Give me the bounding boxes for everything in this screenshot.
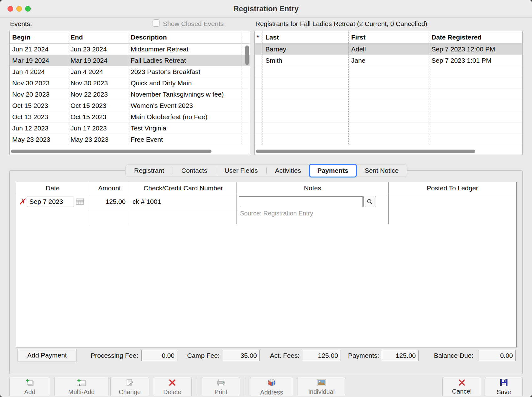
- add-icon: [25, 378, 34, 388]
- tab-payments[interactable]: Payments: [309, 164, 357, 177]
- event-description: 2023 Pastor's Breakfast: [128, 66, 242, 77]
- event-row[interactable]: Jun 12 2023 Jun 17 2023 Test Virginia: [10, 123, 250, 134]
- camp-fee-label: Camp Fee:: [184, 352, 220, 359]
- address-button[interactable]: Address: [250, 377, 293, 396]
- tab-user-fields[interactable]: User Fields: [216, 165, 266, 177]
- add-payment-button[interactable]: Add Payment: [18, 349, 76, 362]
- calendar-picker-icon[interactable]: [76, 198, 84, 205]
- column-header-amount: Amount: [89, 182, 130, 194]
- event-begin: Nov 30 2023: [10, 77, 68, 88]
- balance-due-field[interactable]: 0.00: [478, 350, 516, 361]
- horizontal-scrollbar-thumb[interactable]: [256, 150, 475, 153]
- empty-row: [255, 100, 522, 111]
- column-header-first[interactable]: First: [349, 31, 429, 43]
- registrant-row-selected[interactable]: Barney Adell Sep 7 2023 12:00 PM: [255, 44, 522, 55]
- notes-search-button[interactable]: [363, 196, 376, 207]
- event-end: Mar 19 2024: [68, 55, 128, 66]
- event-row[interactable]: Oct 15 2023 Oct 15 2023 Women's Event 20…: [10, 100, 250, 111]
- multi-add-button[interactable]: Multi-Add: [55, 377, 108, 396]
- registrant-date: Sep 7 2023 1:01 PM: [429, 55, 522, 66]
- act-fees-label: Act. Fees:: [268, 352, 300, 359]
- event-begin: Mar 19 2024: [10, 55, 68, 66]
- event-row[interactable]: Jan 4 2024 Jan 4 2024 2023 Pastor's Brea…: [10, 66, 250, 77]
- column-header-last[interactable]: Last: [263, 31, 349, 43]
- processing-fee-label: Processing Fee:: [80, 352, 138, 359]
- balance-due-label: Balance Due:: [431, 352, 473, 359]
- events-header-row: Begin End Description: [10, 31, 250, 44]
- column-header-begin[interactable]: Begin: [10, 31, 68, 43]
- processing-fee-field[interactable]: 0.00: [141, 350, 177, 361]
- multi-add-icon: [77, 378, 86, 388]
- column-header-end[interactable]: End: [68, 31, 128, 43]
- registrants-header-row: * Last First Date Registered: [255, 31, 522, 44]
- event-row[interactable]: Nov 30 2023 Nov 30 2023 Quick and Dirty …: [10, 77, 250, 89]
- print-icon: [216, 378, 225, 388]
- payments-total-field[interactable]: 125.00: [381, 350, 419, 361]
- cancel-button[interactable]: Cancel: [442, 377, 481, 396]
- print-button[interactable]: Print: [202, 377, 240, 396]
- payment-source-text: Source: Registration Entry: [240, 210, 388, 217]
- registrant-row[interactable]: Smith Jane Sep 7 2023 1:01 PM: [255, 55, 522, 66]
- registrant-first: Adell: [349, 44, 429, 55]
- payment-row: ✗: [16, 194, 516, 224]
- camp-fee-field[interactable]: 35.00: [223, 350, 260, 361]
- vertical-scrollbar-thumb[interactable]: [245, 45, 249, 65]
- column-header-description[interactable]: Description: [128, 31, 242, 43]
- payments-table: Date Amount Check/Credit Card Number Not…: [16, 182, 517, 347]
- individual-photo-icon: [317, 379, 326, 388]
- payment-amount-input[interactable]: [91, 198, 128, 205]
- event-row[interactable]: Jun 21 2024 Jun 23 2024 Midsummer Retrea…: [10, 44, 250, 55]
- change-icon: [126, 378, 134, 388]
- event-description: Main Oktoberfest (no Fee): [128, 111, 242, 122]
- horizontal-scrollbar-thumb[interactable]: [11, 150, 211, 153]
- registrant-first: Jane: [349, 55, 429, 66]
- column-header-star[interactable]: *: [255, 31, 263, 43]
- delete-icon: [168, 378, 176, 388]
- payments-panel: Date Amount Check/Credit Card Number Not…: [9, 170, 523, 374]
- payment-check-number-input[interactable]: [133, 198, 233, 205]
- event-end: Jun 23 2024: [68, 44, 128, 55]
- toolbar-divider: [245, 378, 245, 396]
- payment-notes-input[interactable]: [239, 196, 363, 207]
- event-end: Nov 22 2023: [68, 89, 128, 100]
- tab-registrant[interactable]: Registrant: [126, 165, 173, 177]
- tab-activities[interactable]: Activities: [267, 165, 310, 177]
- act-fees-field[interactable]: 125.00: [303, 350, 341, 361]
- event-description: November Tanksgivnings w fee): [128, 89, 242, 100]
- title-bar: Registration Entry: [0, 0, 532, 18]
- events-label: Events:: [10, 20, 32, 28]
- event-row-selected[interactable]: Mar 19 2024 Mar 19 2024 Fall Ladies Retr…: [10, 55, 250, 66]
- event-row[interactable]: May 23 2023 May 23 2023 Free Event: [10, 134, 250, 145]
- event-begin: Jun 12 2023: [10, 123, 68, 134]
- column-header-date-registered[interactable]: Date Registered: [429, 31, 522, 43]
- registrant-last: Barney: [263, 44, 349, 55]
- registrants-table: * Last First Date Registered Barney Adel…: [254, 31, 523, 155]
- event-end: Nov 30 2023: [68, 77, 128, 88]
- empty-row: [255, 66, 522, 77]
- delete-payment-icon[interactable]: ✗: [19, 198, 26, 206]
- event-end: Oct 15 2023: [68, 100, 128, 111]
- change-button[interactable]: Change: [110, 377, 149, 396]
- event-row[interactable]: Nov 20 2023 Nov 22 2023 November Tanksgi…: [10, 89, 250, 100]
- empty-row: [255, 134, 522, 145]
- event-description: Women's Event 2023: [128, 100, 242, 111]
- show-closed-events-checkbox[interactable]: [153, 19, 160, 27]
- tab-contacts[interactable]: Contacts: [173, 165, 216, 177]
- cancel-x-icon: [458, 379, 466, 388]
- detail-tabbar: Registrant Contacts User Fields Activiti…: [125, 164, 407, 177]
- magnifier-icon: [367, 198, 373, 205]
- tab-sent-notice[interactable]: Sent Notice: [356, 165, 407, 177]
- save-button[interactable]: Save: [485, 377, 523, 396]
- column-header-posted: Posted To Ledger: [389, 182, 516, 194]
- toolbar-divider: [197, 378, 197, 396]
- delete-button[interactable]: Delete: [153, 377, 192, 396]
- add-button[interactable]: Add: [9, 377, 50, 396]
- event-description: Quick and Dirty Main: [128, 77, 242, 88]
- event-begin: Jan 4 2024: [10, 66, 68, 77]
- event-row[interactable]: Oct 13 2023 Oct 15 2023 Main Oktoberfest…: [10, 111, 250, 123]
- column-header-date: Date: [16, 182, 89, 194]
- event-begin: Nov 20 2023: [10, 89, 68, 100]
- empty-row: [255, 89, 522, 100]
- payment-date-input[interactable]: [27, 197, 74, 207]
- individual-button[interactable]: Individual: [298, 377, 345, 396]
